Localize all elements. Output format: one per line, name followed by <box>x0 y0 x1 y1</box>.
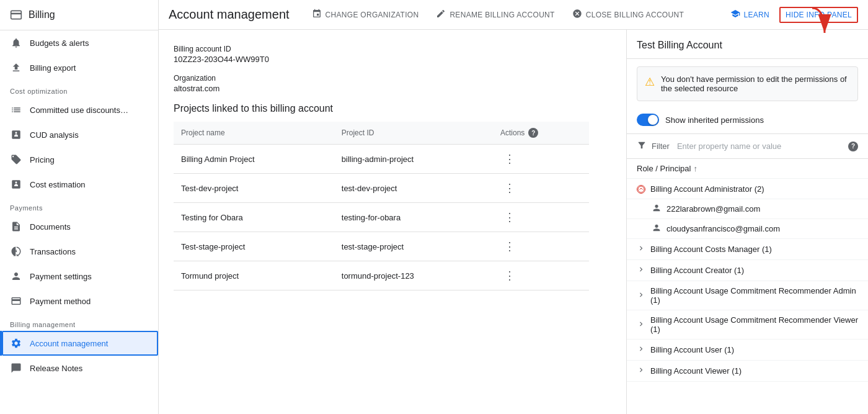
rename-icon <box>436 9 446 20</box>
toggle-switch[interactable] <box>637 114 659 126</box>
project-name-cell: Test-dev-project <box>174 174 334 203</box>
kebab-menu-button[interactable]: ⋮ <box>500 209 519 225</box>
info-panel-toggle: Show inherited permissions <box>627 109 868 134</box>
action-cell: ⋮ <box>493 261 589 290</box>
role-row[interactable]: Billing Account Usage Commitment Recomme… <box>627 310 868 340</box>
filter-label: Filter <box>652 142 670 151</box>
sidebar-item-label: Documents <box>30 222 71 232</box>
svg-rect-1 <box>11 13 22 15</box>
change-org-button[interactable]: CHANGE ORGANIZATION <box>304 5 427 24</box>
person-icon <box>652 223 662 235</box>
project-id-cell: test-dev-project <box>334 174 493 203</box>
notes-icon <box>10 362 22 374</box>
sidebar-item-budgets-alerts[interactable]: Budgets & alerts <box>0 30 158 55</box>
toggle-label: Show inherited permissions <box>665 115 764 125</box>
expand-icon <box>637 265 645 276</box>
learn-icon <box>730 9 740 20</box>
list-icon <box>10 104 22 116</box>
page-content: Billing account ID 10ZZ23-203O44-WW99T0 … <box>159 30 626 414</box>
percent-icon <box>10 128 22 141</box>
table-row: Testing for Obara testing-for-obara ⋮ <box>174 203 589 232</box>
expand-icon <box>637 290 645 301</box>
actions-help-icon[interactable]: ? <box>528 128 538 138</box>
role-row[interactable]: Billing Account User (1) <box>627 340 868 361</box>
payments-section: Payments <box>0 197 158 214</box>
sidebar-item-label: Transactions <box>30 247 76 256</box>
kebab-menu-button[interactable]: ⋮ <box>500 238 519 254</box>
table-row: Tormund project tormund-project-123 ⋮ <box>174 261 589 290</box>
sidebar-header: Billing <box>0 0 158 30</box>
rename-billing-button[interactable]: RENAME BILLING ACCOUNT <box>428 5 562 24</box>
action-cell: ⋮ <box>493 203 589 232</box>
sidebar-item-account-management[interactable]: Account management <box>0 331 158 356</box>
organization-label: Organization <box>174 74 611 83</box>
sidebar-item-transactions[interactable]: Transactions <box>0 239 158 264</box>
action-cell: ⋮ <box>493 145 589 174</box>
kebab-menu-button[interactable]: ⋮ <box>500 268 519 284</box>
calculator-icon <box>10 178 22 191</box>
sidebar-item-release-notes[interactable]: Release Notes <box>0 356 158 380</box>
role-row[interactable]: Billing Account Viewer (1) <box>627 361 868 382</box>
close-billing-label: CLOSE BILLING ACCOUNT <box>586 11 684 19</box>
sidebar-item-label: Billing export <box>30 63 76 73</box>
project-id-cell: billing-admin-project <box>334 145 493 174</box>
sidebar-item-pricing[interactable]: Pricing <box>0 147 158 172</box>
filter-icon <box>637 140 647 152</box>
kebab-menu-button[interactable]: ⋮ <box>500 151 519 167</box>
filter-input[interactable] <box>677 142 843 151</box>
expand-icon <box>637 184 645 194</box>
role-name: Billing Account Creator (1) <box>650 266 744 275</box>
sidebar-item-label: Pricing <box>30 155 55 164</box>
sidebar-item-cost-estimation[interactable]: Cost estimation <box>0 172 158 197</box>
role-row[interactable]: Billing Account Creator (1) <box>627 260 868 281</box>
expand-icon <box>637 344 645 355</box>
role-name: Billing Account Usage Commitment Recomme… <box>650 315 858 334</box>
toolbar-actions: CHANGE ORGANIZATION RENAME BILLING ACCOU… <box>304 5 858 24</box>
change-org-label: CHANGE ORGANIZATION <box>326 11 419 19</box>
expand-icon <box>637 244 645 254</box>
cost-optimization-section: Cost optimization <box>0 80 158 97</box>
tag-icon <box>10 153 22 166</box>
page-title: Account management <box>169 7 290 22</box>
rename-billing-label: RENAME BILLING ACCOUNT <box>450 11 554 19</box>
sidebar-item-documents[interactable]: Documents <box>0 214 158 239</box>
col-actions: Actions ? <box>493 122 589 145</box>
col-project-name: Project name <box>174 122 334 145</box>
action-cell: ⋮ <box>493 232 589 261</box>
actions-label: Actions <box>500 128 525 137</box>
sidebar-item-cud-analysis[interactable]: CUD analysis <box>0 122 158 147</box>
sidebar-item-committed-use[interactable]: Committed use discounts… <box>0 97 158 122</box>
filter-help-icon[interactable]: ? <box>848 142 858 151</box>
action-cell: ⋮ <box>493 174 589 203</box>
learn-button[interactable]: LEARN <box>723 5 777 24</box>
table-row: Test-dev-project test-dev-project ⋮ <box>174 174 589 203</box>
doc-icon <box>10 220 22 233</box>
billing-management-section: Billing management <box>0 313 158 331</box>
sort-label: Role / Principal <box>637 164 691 173</box>
project-name-cell: Testing for Obara <box>174 203 334 232</box>
info-panel-filter: Filter ? <box>627 134 868 159</box>
close-billing-icon <box>572 9 582 20</box>
sort-row: Role / Principal ↑ <box>627 159 868 179</box>
kebab-menu-button[interactable]: ⋮ <box>500 180 519 196</box>
sidebar-item-billing-export[interactable]: Billing export <box>0 55 158 80</box>
close-billing-button[interactable]: CLOSE BILLING ACCOUNT <box>565 5 691 24</box>
change-org-icon <box>312 9 322 20</box>
role-row[interactable]: Billing Account Costs Manager (1) <box>627 239 868 260</box>
billing-account-id-label: Billing account ID <box>174 45 611 53</box>
sidebar-item-payment-settings[interactable]: Payment settings <box>0 264 158 289</box>
expand-icon <box>637 320 645 330</box>
sidebar-item-label: Release Notes <box>30 364 82 373</box>
billing-account-id-value: 10ZZ23-203O44-WW99T0 <box>174 55 611 64</box>
svg-point-3 <box>638 186 644 192</box>
role-row[interactable]: Billing Account Usage Commitment Recomme… <box>627 281 868 310</box>
learn-label: LEARN <box>744 11 770 19</box>
sidebar-item-label: Budgets & alerts <box>30 38 89 48</box>
role-row[interactable]: Billing Account Administrator (2) <box>627 179 868 199</box>
toolbar: Account management CHANGE ORGANIZATION R… <box>159 0 868 30</box>
projects-title: Projects linked to this billing account <box>174 103 611 114</box>
person-icon <box>10 270 22 282</box>
info-panel: Test Billing Account ⚠ You don't have pe… <box>626 30 868 414</box>
projects-table: Project name Project ID Actions ? Billin… <box>174 122 589 290</box>
sidebar-item-payment-method[interactable]: Payment method <box>0 289 158 313</box>
